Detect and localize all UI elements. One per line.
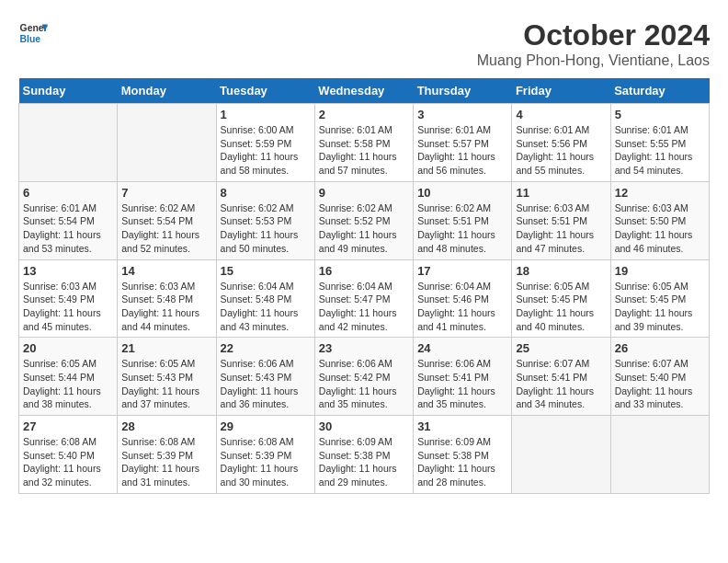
day-number: 10 [417, 186, 507, 200]
main-title: October 2024 [477, 18, 710, 52]
day-number: 17 [417, 264, 507, 278]
day-detail: Sunrise: 6:02 AM Sunset: 5:52 PM Dayligh… [319, 201, 409, 256]
day-number: 2 [319, 108, 409, 121]
header-cell-wednesday: Wednesday [314, 78, 413, 104]
week-row-2: 6Sunrise: 6:01 AM Sunset: 5:54 PM Daylig… [19, 181, 710, 259]
day-number: 20 [23, 341, 113, 355]
day-number: 19 [615, 264, 705, 278]
week-row-5: 27Sunrise: 6:08 AM Sunset: 5:40 PM Dayli… [19, 416, 710, 494]
day-number: 29 [221, 419, 311, 433]
day-cell: 14Sunrise: 6:03 AM Sunset: 5:48 PM Dayli… [118, 259, 216, 338]
day-cell: 20Sunrise: 6:05 AM Sunset: 5:44 PM Dayli… [19, 338, 118, 416]
day-cell [610, 416, 709, 494]
day-cell: 28Sunrise: 6:08 AM Sunset: 5:39 PM Dayli… [118, 416, 216, 494]
day-cell [118, 104, 216, 182]
day-detail: Sunrise: 6:02 AM Sunset: 5:51 PM Dayligh… [417, 201, 507, 256]
day-number: 4 [516, 108, 606, 121]
day-cell [512, 416, 610, 494]
week-row-1: 1Sunrise: 6:00 AM Sunset: 5:59 PM Daylig… [19, 104, 710, 182]
day-cell: 6Sunrise: 6:01 AM Sunset: 5:54 PM Daylig… [19, 181, 118, 259]
day-number: 3 [417, 108, 507, 121]
day-detail: Sunrise: 6:05 AM Sunset: 5:45 PM Dayligh… [516, 280, 606, 334]
day-number: 12 [615, 186, 705, 200]
header-cell-tuesday: Tuesday [216, 78, 314, 104]
day-detail: Sunrise: 6:08 AM Sunset: 5:39 PM Dayligh… [121, 435, 211, 489]
day-number: 25 [516, 341, 606, 355]
day-cell: 7Sunrise: 6:02 AM Sunset: 5:54 PM Daylig… [118, 181, 216, 259]
day-cell: 2Sunrise: 6:01 AM Sunset: 5:58 PM Daylig… [314, 104, 413, 182]
day-cell: 5Sunrise: 6:01 AM Sunset: 5:55 PM Daylig… [610, 104, 709, 182]
day-cell: 22Sunrise: 6:06 AM Sunset: 5:43 PM Dayli… [216, 338, 314, 416]
day-detail: Sunrise: 6:04 AM Sunset: 5:47 PM Dayligh… [319, 280, 409, 334]
day-number: 13 [23, 264, 113, 278]
day-detail: Sunrise: 6:06 AM Sunset: 5:41 PM Dayligh… [417, 357, 507, 411]
subtitle: Muang Phon-Hong, Vientiane, Laos [477, 52, 710, 69]
day-number: 22 [221, 341, 311, 355]
day-cell: 11Sunrise: 6:03 AM Sunset: 5:51 PM Dayli… [512, 181, 610, 259]
day-detail: Sunrise: 6:04 AM Sunset: 5:46 PM Dayligh… [417, 280, 507, 334]
calendar-table: SundayMondayTuesdayWednesdayThursdayFrid… [18, 78, 710, 494]
day-number: 1 [221, 108, 311, 121]
day-number: 6 [23, 186, 113, 200]
logo-icon: General Blue [18, 18, 48, 48]
day-detail: Sunrise: 6:05 AM Sunset: 5:43 PM Dayligh… [121, 357, 211, 411]
day-cell: 29Sunrise: 6:08 AM Sunset: 5:39 PM Dayli… [216, 416, 314, 494]
day-detail: Sunrise: 6:03 AM Sunset: 5:50 PM Dayligh… [615, 201, 705, 256]
title-area: October 2024 Muang Phon-Hong, Vientiane,… [477, 18, 710, 69]
day-number: 21 [121, 341, 211, 355]
day-detail: Sunrise: 6:06 AM Sunset: 5:43 PM Dayligh… [221, 357, 311, 411]
page-header: General Blue October 2024 Muang Phon-Hon… [18, 18, 710, 69]
day-detail: Sunrise: 6:08 AM Sunset: 5:40 PM Dayligh… [23, 435, 113, 489]
day-detail: Sunrise: 6:07 AM Sunset: 5:41 PM Dayligh… [516, 357, 606, 411]
day-number: 14 [121, 264, 211, 278]
day-detail: Sunrise: 6:01 AM Sunset: 5:58 PM Dayligh… [319, 123, 409, 178]
day-cell: 16Sunrise: 6:04 AM Sunset: 5:47 PM Dayli… [314, 259, 413, 338]
day-number: 15 [221, 264, 311, 278]
week-row-3: 13Sunrise: 6:03 AM Sunset: 5:49 PM Dayli… [19, 259, 710, 338]
header-cell-saturday: Saturday [610, 78, 709, 104]
svg-text:Blue: Blue [20, 34, 41, 44]
day-cell: 27Sunrise: 6:08 AM Sunset: 5:40 PM Dayli… [19, 416, 118, 494]
day-cell: 1Sunrise: 6:00 AM Sunset: 5:59 PM Daylig… [216, 104, 314, 182]
day-number: 5 [615, 108, 705, 121]
calendar-header: SundayMondayTuesdayWednesdayThursdayFrid… [19, 78, 710, 104]
day-detail: Sunrise: 6:07 AM Sunset: 5:40 PM Dayligh… [615, 357, 705, 411]
day-cell: 12Sunrise: 6:03 AM Sunset: 5:50 PM Dayli… [610, 181, 709, 259]
day-cell: 13Sunrise: 6:03 AM Sunset: 5:49 PM Dayli… [19, 259, 118, 338]
day-cell: 17Sunrise: 6:04 AM Sunset: 5:46 PM Dayli… [414, 259, 512, 338]
day-cell: 18Sunrise: 6:05 AM Sunset: 5:45 PM Dayli… [512, 259, 610, 338]
day-detail: Sunrise: 6:01 AM Sunset: 5:56 PM Dayligh… [516, 123, 606, 178]
day-number: 11 [516, 186, 606, 200]
day-number: 27 [23, 419, 113, 433]
day-cell: 8Sunrise: 6:02 AM Sunset: 5:53 PM Daylig… [216, 181, 314, 259]
day-number: 7 [121, 186, 211, 200]
day-cell: 23Sunrise: 6:06 AM Sunset: 5:42 PM Dayli… [314, 338, 413, 416]
day-cell: 24Sunrise: 6:06 AM Sunset: 5:41 PM Dayli… [414, 338, 512, 416]
calendar-body: 1Sunrise: 6:00 AM Sunset: 5:59 PM Daylig… [19, 104, 710, 494]
day-number: 24 [417, 341, 507, 355]
day-cell: 30Sunrise: 6:09 AM Sunset: 5:38 PM Dayli… [314, 416, 413, 494]
day-cell: 21Sunrise: 6:05 AM Sunset: 5:43 PM Dayli… [118, 338, 216, 416]
day-cell: 9Sunrise: 6:02 AM Sunset: 5:52 PM Daylig… [314, 181, 413, 259]
day-number: 30 [319, 419, 409, 433]
day-detail: Sunrise: 6:01 AM Sunset: 5:57 PM Dayligh… [417, 123, 507, 178]
logo: General Blue [18, 18, 48, 48]
day-cell: 19Sunrise: 6:05 AM Sunset: 5:45 PM Dayli… [610, 259, 709, 338]
day-number: 28 [121, 419, 211, 433]
day-detail: Sunrise: 6:06 AM Sunset: 5:42 PM Dayligh… [319, 357, 409, 411]
day-cell: 4Sunrise: 6:01 AM Sunset: 5:56 PM Daylig… [512, 104, 610, 182]
day-number: 26 [615, 341, 705, 355]
day-detail: Sunrise: 6:04 AM Sunset: 5:48 PM Dayligh… [221, 280, 311, 334]
header-cell-sunday: Sunday [19, 78, 118, 104]
day-number: 18 [516, 264, 606, 278]
day-cell: 10Sunrise: 6:02 AM Sunset: 5:51 PM Dayli… [414, 181, 512, 259]
day-cell: 26Sunrise: 6:07 AM Sunset: 5:40 PM Dayli… [610, 338, 709, 416]
day-cell: 25Sunrise: 6:07 AM Sunset: 5:41 PM Dayli… [512, 338, 610, 416]
day-number: 16 [319, 264, 409, 278]
day-cell: 3Sunrise: 6:01 AM Sunset: 5:57 PM Daylig… [414, 104, 512, 182]
day-detail: Sunrise: 6:00 AM Sunset: 5:59 PM Dayligh… [221, 123, 311, 178]
header-cell-friday: Friday [512, 78, 610, 104]
day-number: 9 [319, 186, 409, 200]
day-detail: Sunrise: 6:05 AM Sunset: 5:44 PM Dayligh… [23, 357, 113, 411]
day-detail: Sunrise: 6:02 AM Sunset: 5:54 PM Dayligh… [121, 201, 211, 256]
